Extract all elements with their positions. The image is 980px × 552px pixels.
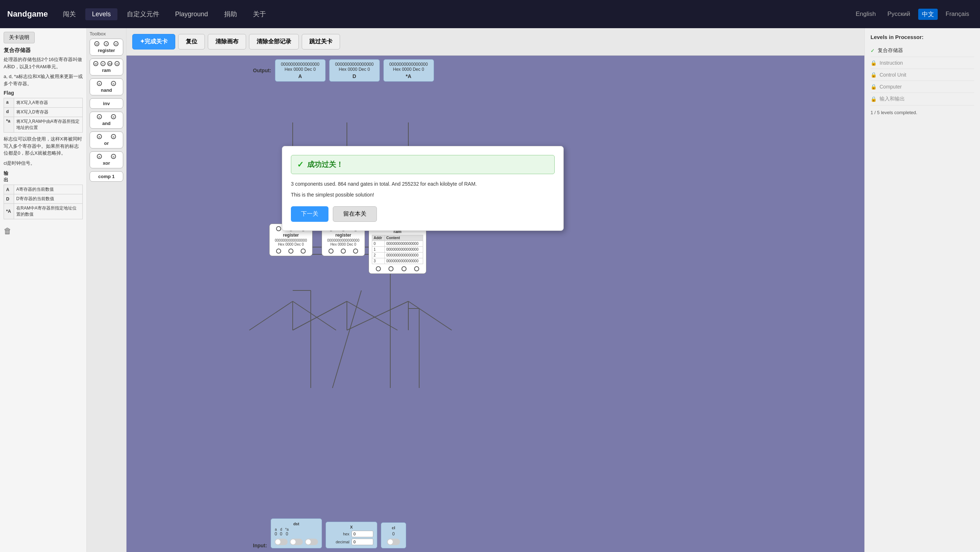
ram-addr-0: 0 <box>372 241 385 247</box>
level-item-fuhe[interactable]: ✓ 复合存储器 <box>870 45 974 57</box>
output-row-starA: *A 在RAM中A寄存器所指定地址位置的数值 <box>4 204 83 219</box>
nav-tab-about[interactable]: 关于 <box>247 8 272 21</box>
flag-section: Flag a 将X写入A寄存器 d 将X写入D寄存器 *a 将X写入RAM中由A… <box>3 90 83 133</box>
port-ram-out-cl <box>414 266 419 271</box>
out-letter-starA: *A <box>387 73 430 79</box>
level-item-computer[interactable]: 🔒 Computer <box>870 81 974 93</box>
ram-addr-1: 1 <box>372 247 385 253</box>
success-stats: 3 components used. 864 nand gates in tot… <box>291 180 555 188</box>
tool-register[interactable]: st X cl register <box>90 39 123 56</box>
x-decimal-input[interactable]: 0 <box>352 539 373 545</box>
port-reg-d-out-X <box>341 248 346 254</box>
svg-line-15 <box>293 301 347 330</box>
left-panel-title: 复合存储器 <box>3 47 83 54</box>
toggle-dst-star[interactable] <box>305 539 318 545</box>
tool-ram[interactable]: st X Ad cl ram <box>90 59 123 75</box>
ram-val-2: 0000000000000000 <box>385 253 423 258</box>
output-label: Output: <box>253 68 271 73</box>
left-panel: 关卡说明 复合存储器 处理器的存储包括2个16位寄存器叫做A和D，以及1个RAM… <box>0 28 87 552</box>
level-label-instruction: Instruction <box>880 60 903 66</box>
port-or-a: a <box>97 134 102 139</box>
tool-xor-label: xor <box>92 161 121 166</box>
desc2: a, d, *a标志位和X输入被用来更新一或多个寄存器。 <box>3 73 83 87</box>
flag-row-a: a 将X写入A寄存器 <box>4 98 83 108</box>
output-icon: 输出 <box>3 170 8 183</box>
toolbar: ✦完成关卡 复位 清除画布 清除全部记录 跳过关卡 <box>126 28 864 56</box>
input-dst-box: dst a 0 d 0 *a 0 <box>270 519 322 549</box>
out-val-D: 0000000000000000 <box>333 62 376 67</box>
ram-val-0: 0000000000000000 <box>385 241 423 247</box>
dst-a-label: a <box>275 527 277 531</box>
lang-russian[interactable]: Русский <box>884 9 914 19</box>
input-x-box: X hex 0 decimal 0 <box>326 522 377 549</box>
trash-icon[interactable]: 🗑 <box>3 226 83 236</box>
lang-english[interactable]: English <box>852 9 880 19</box>
output-row-A: A A寄存器的当前数值 <box>4 185 83 194</box>
note2: cl是时钟信号。 <box>3 160 83 167</box>
btn-next[interactable]: 下一关 <box>291 206 328 222</box>
toggle-cl[interactable] <box>387 539 400 545</box>
level-label-fuhe: 复合存储器 <box>878 47 903 54</box>
reset-btn[interactable]: 复位 <box>178 34 205 49</box>
node-register-a-hex: Hex 0000 Dec 0 <box>272 242 309 247</box>
tool-inv[interactable]: inv <box>90 98 123 109</box>
port-nand-a: a <box>97 81 102 86</box>
flag-row-star-a: *a 将X写入RAM中由A寄存器所指定地址的位置 <box>4 117 83 133</box>
port-X: X <box>104 41 109 46</box>
ram-addr-2: 2 <box>372 253 385 258</box>
output-desc-starA: 在RAM中A寄存器所指定地址位置的数值 <box>14 204 83 219</box>
nav-tab-custom[interactable]: 自定义元件 <box>120 8 166 21</box>
level-item-control-unit[interactable]: 🔒 Control Unit <box>870 69 974 81</box>
nav-tab-playground[interactable]: Playground <box>169 8 215 20</box>
btn-stay[interactable]: 留在本关 <box>333 206 377 222</box>
panel-btn[interactable]: 关卡说明 <box>3 32 35 43</box>
ram-row-2: 2 0000000000000000 <box>372 253 423 258</box>
nav-tab-levels[interactable]: Levels <box>85 8 117 20</box>
flag-key-star-a: *a <box>4 117 14 133</box>
ram-val-1: 0000000000000000 <box>385 247 423 253</box>
level-lock-icon-1: 🔒 <box>870 60 877 66</box>
x-hex-input[interactable]: 0 <box>352 531 373 537</box>
level-item-io[interactable]: 🔒 输入和输出 <box>870 93 974 105</box>
tool-xor[interactable]: a b xor <box>90 151 123 169</box>
skip-btn[interactable]: 跳过关卡 <box>302 34 340 49</box>
port-reg-d-out-cl <box>353 248 358 254</box>
x-label: X <box>329 525 373 529</box>
clear-canvas-btn[interactable]: 清除画布 <box>208 34 246 49</box>
toggle-dst-d[interactable] <box>290 539 303 545</box>
tool-comp1[interactable]: comp 1 <box>90 171 123 182</box>
out-hex-starA: Hex 0000 Dec 0 <box>387 67 430 72</box>
lang-chinese[interactable]: 中文 <box>918 9 938 20</box>
output-section: 输出 A A寄存器的当前数值 D D寄存器的当前数值 *A 在RAM中A寄存器所… <box>3 170 83 219</box>
level-check-icon: ✓ <box>870 48 875 54</box>
port-st2: st <box>93 61 98 66</box>
flag-desc-a: 将X写入A寄存器 <box>14 98 83 108</box>
output-key-D: D <box>4 194 14 204</box>
level-label-computer: Computer <box>880 84 902 90</box>
level-item-instruction[interactable]: 🔒 Instruction <box>870 57 974 69</box>
input-bar: Input: dst a 0 d 0 *a <box>253 519 406 549</box>
nav-tab-intro[interactable]: 闯关 <box>56 8 83 21</box>
port-ram-out-Ad <box>401 266 407 271</box>
flag-table: a 将X写入A寄存器 d 将X写入D寄存器 *a 将X写入RAM中由A寄存器所指… <box>3 98 83 133</box>
svg-line-20 <box>408 301 452 330</box>
complete-btn[interactable]: ✦完成关卡 <box>132 34 175 49</box>
ram-content-header: Content <box>385 235 423 241</box>
lang-french[interactable]: Français <box>942 9 973 19</box>
output-title: 输出 <box>3 170 83 183</box>
nav-tab-donate[interactable]: 捐助 <box>218 8 243 21</box>
tool-and[interactable]: a b and <box>90 111 123 129</box>
x-hex-row: hex 0 <box>329 531 373 537</box>
tool-or[interactable]: a b or <box>90 132 123 148</box>
port-xor-b: b <box>111 154 116 159</box>
canvas[interactable]: Output: 0000000000000000 Hex 0000 Dec 0 … <box>126 56 864 552</box>
toggle-dst-a[interactable] <box>275 539 288 545</box>
output-box-starA: 0000000000000000 Hex 0000 Dec 0 *A <box>383 59 434 82</box>
clear-all-btn[interactable]: 清除全部记录 <box>249 34 299 49</box>
port-nand-b: b <box>111 81 116 86</box>
nav-right: English Русский 中文 Français <box>852 9 973 20</box>
cl-val: 0 <box>385 531 402 536</box>
output-key-A: A <box>4 185 14 194</box>
port-reg-a-out-st <box>276 248 281 254</box>
tool-nand[interactable]: a b nand <box>90 78 123 95</box>
